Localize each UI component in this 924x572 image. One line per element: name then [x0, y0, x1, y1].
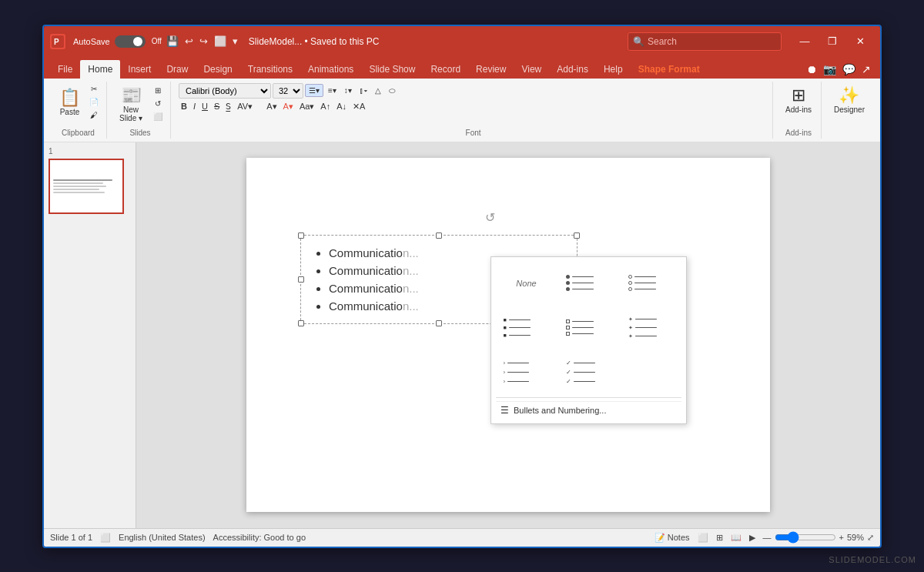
undo-icon[interactable]: ↩ — [185, 35, 193, 47]
numbered-list-button[interactable]: ≡▾ — [325, 85, 340, 96]
tab-transitions[interactable]: Transitions — [240, 60, 300, 79]
tab-design[interactable]: Design — [196, 60, 239, 79]
ribbon-record-icon[interactable]: ⏺ — [803, 60, 820, 79]
slide-thumbnail[interactable] — [49, 159, 124, 214]
bullet-grid: None ■ ■ — [496, 262, 681, 394]
clear-format-button[interactable]: ✕A — [350, 101, 367, 112]
line-spacing-button[interactable]: ↕▾ — [341, 85, 355, 96]
search-box[interactable]: 🔍 Search — [628, 32, 782, 51]
tab-draw[interactable]: Draw — [159, 60, 196, 79]
bullet-style-filled-squares[interactable]: ■ ■ ■ — [496, 306, 557, 350]
close-button[interactable]: ✕ — [846, 26, 874, 57]
view-slideshow-icon[interactable]: ▶ — [749, 533, 755, 543]
decrease-font-button[interactable]: A↓ — [334, 101, 349, 112]
oval-shape-button[interactable]: ⬭ — [386, 85, 399, 97]
view-normal-icon[interactable]: ⬜ — [698, 533, 708, 543]
dropdown-icon[interactable]: ▾ — [233, 35, 238, 47]
addins-button[interactable]: ⊞ Add-ins — [781, 83, 816, 116]
tab-file[interactable]: File — [50, 60, 80, 79]
bullets-numbering-button[interactable]: ☰ Bullets and Numbering... — [496, 401, 681, 419]
zoom-in-icon[interactable]: + — [839, 533, 844, 542]
designer-button[interactable]: ✨ Designer — [829, 83, 869, 116]
tab-shape-format[interactable]: Shape Format — [631, 60, 708, 79]
font-size-selector[interactable]: 32 — [273, 83, 303, 99]
tab-review[interactable]: Review — [468, 60, 514, 79]
font-case-button[interactable]: Aa▾ — [297, 101, 316, 112]
increase-font-button[interactable]: A↑ — [318, 101, 333, 112]
accessibility: Accessibility: Good to go — [213, 533, 306, 542]
tab-animations[interactable]: Animations — [300, 60, 361, 79]
section-button[interactable]: ⬜ — [150, 111, 166, 122]
text-fill-button[interactable]: A▾ — [264, 101, 279, 112]
restore-button[interactable]: ❐ — [819, 26, 846, 57]
underline-button[interactable]: U — [199, 101, 210, 112]
tab-insert[interactable]: Insert — [120, 60, 159, 79]
autosave-state: Off — [152, 37, 162, 45]
slide-info: Slide 1 of 1 — [50, 533, 92, 542]
bullet-style-diamonds[interactable]: ✦ ✦ ✦ — [621, 306, 681, 350]
layout-button[interactable]: ⊞ — [150, 85, 166, 96]
rotate-handle[interactable]: ↺ — [485, 210, 495, 225]
cut-button[interactable]: ✂ — [86, 83, 102, 95]
shadow-button[interactable]: S̲ — [223, 101, 233, 112]
ribbon-content: 📋 Paste ✂ 📄 🖌 Clipboard 📰 — [44, 79, 880, 142]
strikethrough-button[interactable]: S — [212, 101, 222, 112]
view-reading-icon[interactable]: 📖 — [731, 533, 742, 543]
save-icon[interactable]: 💾 — [166, 35, 179, 47]
fit-icon[interactable]: ⤢ — [867, 533, 874, 543]
title-bar-icons: 💾 ↩ ↪ ⬜ ▾ — [166, 35, 238, 47]
view-grid-icon[interactable]: ⊞ — [716, 533, 723, 543]
bullet-style-hollow-squares[interactable] — [558, 306, 619, 350]
handle-tr[interactable] — [574, 232, 580, 239]
bullet-style-empty[interactable] — [621, 351, 681, 394]
autosave-toggle[interactable] — [115, 35, 146, 48]
bullet-style-hollow-circles[interactable] — [621, 262, 681, 305]
bullet-style-checkmarks[interactable]: ✓ ✓ ✓ — [558, 351, 619, 394]
bullet-list-button[interactable]: ☰▾ — [305, 84, 323, 97]
paste-button[interactable]: 📋 Paste — [55, 85, 85, 119]
minimize-button[interactable]: — — [791, 26, 819, 57]
reset-button[interactable]: ↺ — [150, 98, 166, 109]
ribbon-comment-icon[interactable]: 💬 — [839, 60, 859, 79]
zoom-level: 59% — [847, 533, 864, 542]
zoom-out-icon[interactable]: — — [763, 533, 772, 542]
tab-addins[interactable]: Add-ins — [549, 60, 596, 79]
handle-tl[interactable] — [298, 232, 304, 239]
italic-button[interactable]: I — [191, 101, 198, 112]
ribbon-group-clipboard: 📋 Paste ✂ 📄 🖌 Clipboard — [50, 82, 107, 139]
tab-slideshow[interactable]: Slide Show — [361, 60, 423, 79]
bullet-style-arrows[interactable]: › › › — [496, 351, 557, 394]
text-direction-button[interactable]: △ — [372, 85, 384, 96]
bullet-style-filled-dots[interactable] — [558, 262, 619, 305]
tab-record[interactable]: Record — [423, 60, 468, 79]
zoom-slider[interactable] — [775, 531, 836, 544]
tablet-icon[interactable]: ⬜ — [214, 35, 226, 47]
bullet-style-none[interactable]: None — [496, 262, 557, 305]
watermark: SLIDEMODEL.COM — [829, 555, 916, 564]
notes-button[interactable]: 📝 Notes — [654, 533, 690, 543]
redo-icon[interactable]: ↪ — [199, 35, 208, 47]
font-selector[interactable]: Calibri (Body) — [179, 83, 271, 99]
slide-panel: 1 — [44, 142, 136, 528]
copy-button[interactable]: 📄 — [86, 96, 102, 108]
ribbon-camera-icon[interactable]: 📷 — [820, 60, 839, 79]
handle-ml[interactable] — [298, 276, 304, 283]
handle-bl[interactable] — [298, 320, 304, 326]
app-logo: P — [50, 34, 65, 49]
handle-bc[interactable] — [436, 320, 442, 326]
autosave-label: AutoSave — [73, 37, 110, 46]
charspacing-button[interactable]: AV▾ — [235, 101, 255, 112]
bullet-dropdown: None ■ ■ — [490, 256, 687, 424]
tab-view[interactable]: View — [514, 60, 549, 79]
tab-help[interactable]: Help — [596, 60, 631, 79]
tab-home[interactable]: Home — [80, 60, 120, 79]
text-color-button[interactable]: A▾ — [281, 101, 296, 112]
new-slide-button[interactable]: 📰 New Slide ▾ — [115, 83, 147, 125]
format-painter-button[interactable]: 🖌 — [86, 109, 102, 121]
handle-tc[interactable] — [436, 232, 442, 239]
ribbon-share-icon[interactable]: ↗ — [859, 60, 874, 79]
columns-button[interactable]: ⫿▾ — [357, 85, 370, 96]
bold-button[interactable]: B — [179, 101, 189, 112]
addins-group-label: Add-ins — [785, 129, 812, 137]
ribbon-group-font: Calibri (Body) 32 ☰▾ ≡▾ ↕▾ ⫿▾ △ ⬭ — [174, 82, 773, 139]
